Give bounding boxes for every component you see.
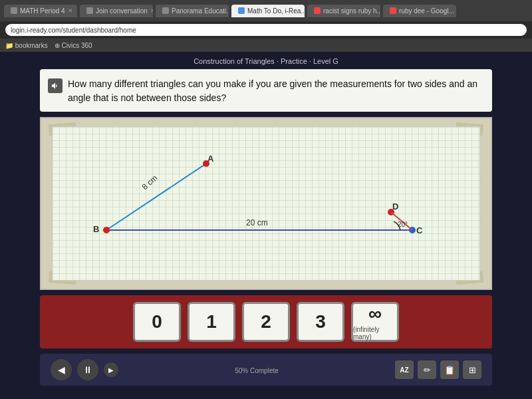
bookmarks-label: 📁 bookmarks xyxy=(5,42,48,49)
answer-btn-1[interactable]: 1 xyxy=(188,302,235,342)
speaker-icon xyxy=(51,81,60,90)
answer-btn-1-label: 1 xyxy=(206,311,217,332)
pencil-icon[interactable]: ✏ xyxy=(418,360,436,379)
graph-grid: B A C 8 cm 20 cm D 2 xyxy=(52,126,480,281)
bottom-controls: ◀ ⏸ ▶ 50% Complete AZ ✏ 📋 ⊞ xyxy=(40,354,492,386)
question-text: How many different triangles can you mak… xyxy=(68,77,481,105)
tab-favicon xyxy=(162,7,169,14)
point-b-label: B xyxy=(93,224,99,234)
answer-btn-3-label: 3 xyxy=(315,311,326,332)
ctrl-icons: AZ ✏ 📋 ⊞ xyxy=(395,360,481,379)
tab-label: Math To Do, i-Rea... xyxy=(247,7,305,15)
geometry-diagram: B A C 8 cm 20 cm D 2 xyxy=(53,127,479,280)
answer-btn-2[interactable]: 2 xyxy=(242,302,290,342)
tab-close-icon[interactable]: ✕ xyxy=(68,7,73,14)
pause-button[interactable]: ⏸ xyxy=(77,359,98,380)
answer-row: 0 1 2 3 ∞ (infinitely many) xyxy=(40,295,492,348)
tab-label: racist signs ruby h... xyxy=(323,7,380,15)
tab-label: ruby dee - Googl... xyxy=(399,7,454,15)
infinity-sublabel: (infinitely many) xyxy=(353,326,397,340)
browser-tab-bar: MATH Period 4 ✕ Join conversation ✕ Pano… xyxy=(0,0,532,21)
tab-panorama[interactable]: Panorama Educati... ✕ xyxy=(156,5,229,17)
point-c-label: C xyxy=(416,225,423,235)
svg-line-1 xyxy=(106,164,206,230)
answer-btn-infinity[interactable]: ∞ (infinitely many) xyxy=(351,302,399,342)
tab-math-period4[interactable]: MATH Period 4 ✕ xyxy=(4,5,77,17)
tab-ruby-dee[interactable]: ruby dee - Googl... ✕ xyxy=(383,5,456,17)
lesson-title: Construction of Triangles · Practice · L… xyxy=(194,57,338,65)
bookmarks-row: 📁 bookmarks ⊕ Civics 360 xyxy=(0,39,532,52)
answer-btn-3[interactable]: 3 xyxy=(297,302,344,342)
answer-btn-0[interactable]: 0 xyxy=(133,302,181,342)
tab-join-conversation[interactable]: Join conversation ✕ xyxy=(80,5,153,17)
infinity-symbol: ∞ xyxy=(368,303,382,325)
tab-label: Join conversation xyxy=(96,7,148,15)
point-a-label: A xyxy=(207,154,214,164)
forward-button[interactable]: ▶ xyxy=(104,362,118,377)
address-bar-row: login.i-ready.com/student/dashboard/home xyxy=(0,21,532,39)
answer-btn-0-label: 0 xyxy=(152,311,162,332)
tab-favicon xyxy=(238,7,245,14)
grid-icon[interactable]: ⊞ xyxy=(463,360,481,379)
side-ab-label: 8 cm xyxy=(140,173,160,192)
side-bc-label: 20 cm xyxy=(246,218,268,227)
question-area: How many different triangles can you mak… xyxy=(40,69,492,112)
svg-point-2 xyxy=(103,227,110,233)
tab-racist-signs[interactable]: racist signs ruby h... ✕ xyxy=(307,5,380,17)
tab-favicon xyxy=(314,7,321,14)
address-bar[interactable]: login.i-ready.com/student/dashboard/home xyxy=(5,24,527,36)
tab-favicon xyxy=(11,7,17,14)
tab-close-icon[interactable]: ✕ xyxy=(150,7,153,14)
progress-label: 50% Complete xyxy=(235,367,279,374)
back-button[interactable]: ◀ xyxy=(51,359,72,380)
civics-bookmark[interactable]: ⊕ Civics 360 xyxy=(55,42,92,49)
point-d-label: D xyxy=(392,201,398,211)
tab-label: MATH Period 4 xyxy=(20,7,65,15)
tab-favicon xyxy=(390,7,396,14)
tab-math-todo[interactable]: Math To Do, i-Rea... ✕ xyxy=(231,5,305,17)
speaker-button[interactable] xyxy=(48,78,63,93)
address-text: login.i-ready.com/student/dashboard/home xyxy=(11,27,136,34)
tab-favicon xyxy=(86,7,93,14)
az-icon[interactable]: AZ xyxy=(395,360,414,379)
answer-btn-2-label: 2 xyxy=(261,311,271,332)
angle-label: 20° xyxy=(398,221,408,228)
main-content: Construction of Triangles · Practice · L… xyxy=(0,52,532,391)
tab-label: Panorama Educati... xyxy=(172,7,229,15)
clipboard-icon[interactable]: 📋 xyxy=(440,360,459,379)
graph-container: B A C 8 cm 20 cm D 2 xyxy=(40,117,492,290)
